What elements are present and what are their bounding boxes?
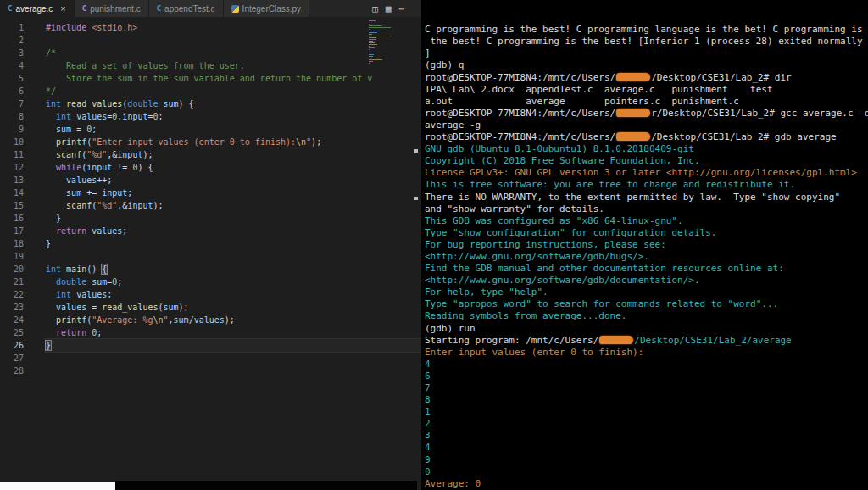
- code-line[interactable]: double sum=0;: [46, 276, 421, 288]
- scrollbar-mark: [414, 149, 418, 153]
- code-line[interactable]: */: [46, 85, 421, 97]
- line-number[interactable]: 16: [0, 212, 24, 225]
- line-number[interactable]: 2: [0, 34, 24, 47]
- code-line[interactable]: #include <stdio.h>: [46, 21, 421, 34]
- line-number[interactable]: 6: [0, 85, 24, 97]
- code-token: [46, 201, 66, 210]
- tab-average-c[interactable]: C average.c ×: [0, 0, 75, 17]
- line-number[interactable]: 10: [0, 136, 24, 148]
- line-number[interactable]: 27: [0, 352, 24, 365]
- code-line[interactable]: }: [46, 339, 421, 352]
- code-token: !=: [112, 163, 132, 172]
- more-actions-icon[interactable]: ⋯: [398, 3, 404, 14]
- code-line[interactable]: [46, 352, 421, 365]
- code-line[interactable]: int values;: [46, 288, 421, 301]
- code-line[interactable]: [46, 250, 421, 263]
- code-line[interactable]: printf("Enter input values (enter 0 to f…: [46, 136, 421, 148]
- code-line[interactable]: [46, 365, 421, 377]
- code-line[interactable]: Store the sum in the sum variable and re…: [46, 72, 421, 85]
- code-token: values: [56, 303, 86, 312]
- tab-appendtest-c[interactable]: C appendTest.c: [149, 0, 224, 17]
- code-line[interactable]: [46, 34, 421, 47]
- gutter[interactable]: 1234567891011121314151617181920212223242…: [0, 17, 32, 490]
- terminal-line: (gdb) q: [425, 59, 868, 71]
- line-number[interactable]: 28: [0, 365, 24, 377]
- line-number[interactable]: 4: [0, 59, 24, 72]
- line-number[interactable]: 8: [0, 110, 24, 123]
- editor-layout-icon[interactable]: ▦: [386, 3, 392, 14]
- line-number[interactable]: 5: [0, 72, 24, 85]
- line-number[interactable]: 9: [0, 123, 24, 136]
- terminal-text: (gdb) run: [425, 323, 476, 334]
- line-number[interactable]: 7: [0, 97, 24, 110]
- code-token: read_values: [102, 303, 158, 312]
- code-token: ;: [92, 125, 97, 134]
- code-line[interactable]: printf("Average: %g\n",sum/values);: [46, 314, 421, 326]
- code-line[interactable]: int read_values(double sum) {: [46, 97, 421, 110]
- code-line[interactable]: values++;: [46, 174, 421, 187]
- line-number[interactable]: 3: [0, 47, 24, 59]
- code-line[interactable]: values = read_values(sum);: [46, 301, 421, 314]
- terminal-text: License GPLv3+: GNU GPL version 3 or lat…: [425, 167, 857, 178]
- code-token: sum: [164, 99, 179, 109]
- terminal-line: 2: [425, 418, 868, 430]
- terminal-line: TPA\ Lab\ 2.docx appendTest.c average.c …: [425, 84, 868, 96]
- line-number[interactable]: 20: [0, 263, 24, 276]
- code-line[interactable]: }: [46, 212, 421, 225]
- code-token: ;: [127, 188, 132, 198]
- code-token: return: [56, 226, 92, 236]
- code-line[interactable]: return 0;: [46, 326, 421, 339]
- line-number[interactable]: 22: [0, 288, 24, 301]
- line-number[interactable]: 1: [0, 21, 24, 34]
- line-number[interactable]: 13: [0, 174, 24, 187]
- minimap[interactable]: [369, 20, 392, 122]
- line-number[interactable]: 11: [0, 148, 24, 161]
- code-line[interactable]: return values;: [46, 225, 421, 237]
- code-line[interactable]: }: [46, 237, 421, 250]
- code-token: values: [194, 315, 225, 325]
- code-token: [46, 188, 66, 198]
- code-token: return: [56, 328, 92, 337]
- line-number[interactable]: 26: [0, 339, 24, 352]
- terminal-line: 4: [425, 359, 868, 370]
- line-number[interactable]: 21: [0, 276, 24, 288]
- code-token: int: [46, 99, 66, 109]
- code-line[interactable]: /*: [46, 47, 421, 59]
- code-line[interactable]: sum += input;: [46, 187, 421, 199]
- code-line[interactable]: Read a set of values from the user.: [46, 59, 421, 72]
- code-token: sum: [92, 277, 107, 287]
- code-line[interactable]: while(input != 0) {: [46, 161, 421, 174]
- line-number[interactable]: 25: [0, 326, 24, 339]
- terminal-text: 4: [425, 359, 431, 370]
- redacted-username: [616, 132, 650, 141]
- tab-punishment-c[interactable]: C punishment.c: [75, 0, 149, 17]
- code-line[interactable]: sum = 0;: [46, 123, 421, 136]
- code-token: \n: [153, 315, 163, 325]
- code-token: ;: [107, 290, 112, 299]
- code-line[interactable]: scanf("%d",&input);: [46, 199, 421, 212]
- line-number[interactable]: 12: [0, 161, 24, 174]
- terminal-text: root@DESKTOP-77MI8N4:/mnt/c/Users/: [425, 108, 615, 119]
- split-editor-icon[interactable]: ◫: [372, 3, 378, 14]
- terminal-pane[interactable]: C programming is the best! C programming…: [421, 0, 868, 490]
- line-number[interactable]: 14: [0, 187, 24, 199]
- line-number[interactable]: 23: [0, 301, 24, 314]
- close-icon[interactable]: ×: [60, 4, 65, 14]
- terminal-text: 2: [425, 418, 431, 429]
- code-lines[interactable]: #include <stdio.h> /* Read a set of valu…: [32, 17, 421, 490]
- line-number[interactable]: 24: [0, 314, 24, 326]
- horizontal-scrollbar[interactable]: [115, 481, 417, 490]
- tab-integerclass-py[interactable]: IntegerClass.py: [224, 0, 309, 17]
- code-token: ) {: [179, 99, 194, 109]
- terminal-line: 4: [425, 442, 868, 454]
- line-number[interactable]: 17: [0, 225, 24, 237]
- line-number[interactable]: 15: [0, 199, 24, 212]
- line-number[interactable]: 19: [0, 250, 24, 263]
- code-token: }: [46, 239, 51, 248]
- code-line[interactable]: int values=0,input=0;: [46, 110, 421, 123]
- terminal-text: For bug reporting instructions, please s…: [425, 239, 666, 250]
- code-line[interactable]: scanf("%d",&input);: [46, 148, 421, 161]
- terminal-line: (gdb) run: [425, 323, 868, 335]
- code-line[interactable]: int main() {: [46, 263, 421, 276]
- line-number[interactable]: 18: [0, 237, 24, 250]
